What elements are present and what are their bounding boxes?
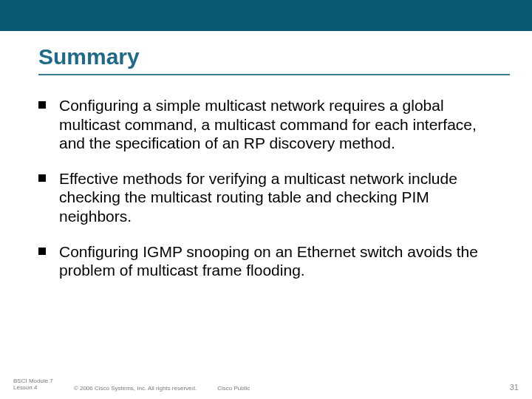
content-area: Configuring a simple multicast network r… [38,96,502,296]
bullet-item: Effective methods for verifying a multic… [38,169,502,226]
bullet-text: Configuring IGMP snooping on an Ethernet… [59,242,502,280]
square-bullet-icon [38,101,46,109]
module-line1: BSCI Module 7 [13,378,53,385]
slide-title: Summary [38,44,140,69]
footer-left: BSCI Module 7 Lesson 4 © 2006 Cisco Syst… [13,378,250,392]
copyright-text: © 2006 Cisco Systems, Inc. All rights re… [74,385,197,392]
module-label: BSCI Module 7 Lesson 4 [13,378,53,392]
footer: BSCI Module 7 Lesson 4 © 2006 Cisco Syst… [13,378,519,392]
title-underline [38,74,510,75]
square-bullet-icon [38,248,46,255]
classification-text: Cisco Public [217,385,250,392]
module-line2: Lesson 4 [13,384,53,392]
page-number: 31 [510,383,519,392]
slide: Summary Configuring a simple multicast n… [0,0,532,399]
top-bar [0,0,532,31]
bullet-text: Effective methods for verifying a multic… [59,169,502,226]
bullet-item: Configuring a simple multicast network r… [38,96,502,153]
bullet-text: Configuring a simple multicast network r… [59,96,502,153]
square-bullet-icon [38,174,46,182]
bullet-item: Configuring IGMP snooping on an Ethernet… [38,242,502,280]
